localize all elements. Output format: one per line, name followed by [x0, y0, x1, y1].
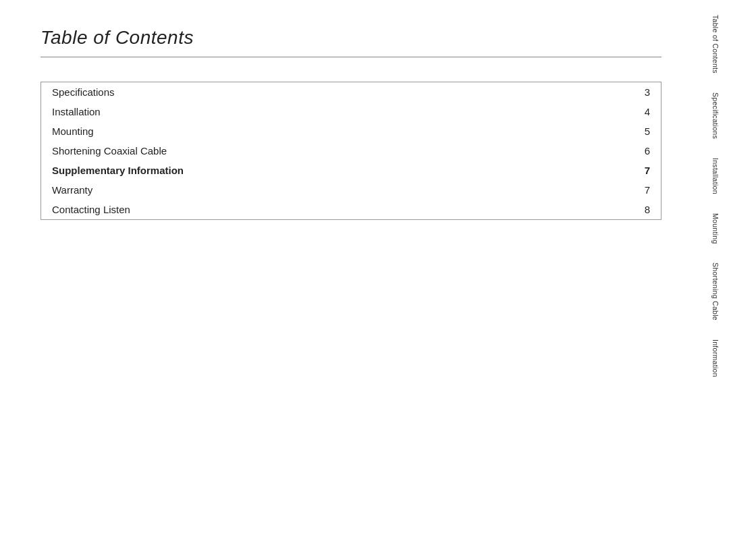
toc-label: Shortening Coaxial Cable [52, 145, 167, 157]
toc-page: 8 [645, 204, 650, 215]
page-title: Table of Contents [40, 27, 662, 49]
toc-page: 4 [645, 106, 650, 117]
toc-label: Supplementary Information [52, 165, 184, 176]
toc-page: 7 [645, 184, 650, 196]
sidebar-item[interactable]: Mounting [711, 204, 720, 254]
sidebar-item[interactable]: Table of Contents [711, 5, 720, 83]
toc-row[interactable]: Supplementary Information7 [41, 161, 661, 180]
sidebar-item[interactable]: Specifications [711, 83, 720, 148]
sidebar: Table of ContentsSpecificationsInstallat… [702, 0, 729, 560]
toc-table: Specifications3Installation4Mounting5Sho… [40, 82, 662, 220]
toc-label: Warranty [52, 184, 92, 196]
toc-page: 5 [645, 125, 650, 137]
sidebar-item[interactable]: Shortening Cable [711, 253, 720, 330]
toc-label: Specifications [52, 86, 115, 98]
toc-row[interactable]: Contacting Listen8 [41, 200, 661, 219]
toc-page: 6 [645, 145, 650, 157]
toc-row[interactable]: Warranty7 [41, 180, 661, 200]
toc-page: 7 [645, 165, 650, 176]
title-divider [40, 57, 662, 57]
toc-label: Contacting Listen [52, 204, 130, 215]
main-content: Table of Contents Specifications3Install… [0, 0, 702, 560]
sidebar-item[interactable]: Information [711, 330, 720, 387]
toc-label: Installation [52, 106, 101, 117]
sidebar-item[interactable]: Installation [711, 148, 720, 204]
toc-row[interactable]: Specifications3 [41, 82, 661, 102]
toc-row[interactable]: Mounting5 [41, 121, 661, 141]
toc-row[interactable]: Installation4 [41, 102, 661, 121]
toc-row[interactable]: Shortening Coaxial Cable6 [41, 141, 661, 161]
toc-page: 3 [645, 86, 650, 98]
toc-label: Mounting [52, 125, 94, 137]
